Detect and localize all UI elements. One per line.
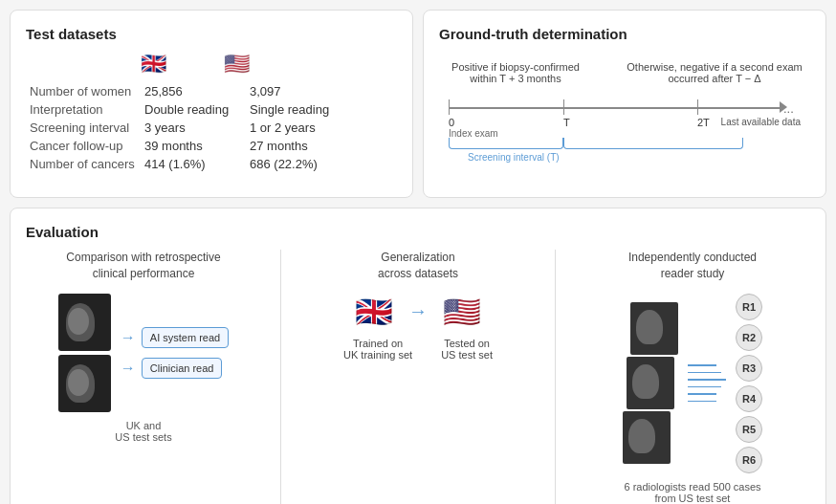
table-row: Number of cancers 414 (1.6%) 686 (22.2%): [26, 155, 397, 173]
reader-sublabel: 6 radiologists read 500 casesfrom US tes…: [624, 481, 760, 504]
gt-diagram: Positive if biopsy-confirmed within T + …: [439, 52, 810, 182]
divider-1: [280, 250, 281, 504]
ground-truth-card: Ground-truth determination Positive if b…: [423, 10, 826, 198]
ai-arrow-box: → AI system read: [121, 327, 229, 348]
eval-section2-title: Generalizationacross datasets: [378, 250, 458, 282]
row-uk: 414 (1.6%): [141, 155, 246, 173]
tick-T: T: [563, 99, 570, 128]
eval-section-reader: Independently conductedreader study: [575, 250, 810, 504]
reader-badge: R5: [736, 416, 762, 443]
reader-line-3: [688, 379, 726, 381]
reader-line-5: [688, 393, 716, 395]
reader-badge: R3: [736, 355, 762, 382]
clinician-arrow-box: → Clinician read: [121, 358, 229, 379]
main-container: Test datasets 🇬🇧 🇺🇸 Number of women 25,8…: [0, 0, 836, 504]
row-label: Interpretation: [26, 100, 141, 119]
brace-left: [449, 138, 563, 149]
comparison-content: → AI system read → Clinician read: [58, 294, 229, 412]
us-flag: 🇺🇸: [224, 52, 250, 77]
braces-row: Screening interval (T): [449, 138, 801, 163]
eval-section-comparison: Comparison with retrospectiveclinical pe…: [26, 250, 261, 504]
clinician-box: Clinician read: [142, 358, 223, 379]
mammogram-images: [58, 294, 111, 412]
reader-line-6: [688, 401, 716, 403]
table-row: Number of women 25,856 3,097: [26, 82, 397, 100]
gen-arrow-icon: →: [408, 300, 428, 322]
eval-section-generalization: Generalizationacross datasets 🇬🇧 → 🇺🇸 Tr…: [300, 250, 536, 504]
dashed-line: [753, 107, 781, 109]
timeline-line: [449, 107, 781, 109]
brace-right: [563, 138, 743, 149]
reader-badge: R4: [736, 385, 762, 412]
row-label: Number of women: [26, 82, 141, 100]
timeline: 0 Index exam T 2T ... Last available dat…: [449, 90, 801, 138]
comparison-sublabel: UK andUS test sets: [115, 420, 171, 443]
row-label: Cancer follow-up: [26, 137, 141, 155]
reader-badges: R1R2R3R4R5R6: [736, 294, 762, 473]
ai-system-box: AI system read: [142, 327, 229, 348]
mammo-img-2: [58, 355, 111, 412]
row-uk: Double reading: [141, 100, 246, 119]
test-data-table: Number of women 25,856 3,097 Interpretat…: [26, 82, 397, 173]
eval-section1-title: Comparison with retrospectiveclinical pe…: [66, 250, 220, 282]
mammo-img-1: [58, 294, 111, 351]
table-row: Interpretation Double reading Single rea…: [26, 100, 397, 119]
row-us: 27 months: [246, 137, 397, 155]
evaluation-card: Evaluation Comparison with retrospective…: [10, 208, 826, 504]
row-label: Number of cancers: [26, 155, 141, 173]
tick-2T: 2T: [697, 99, 710, 128]
reader-mammo-3: [623, 411, 671, 464]
gen-area: 🇬🇧 → 🇺🇸: [355, 294, 481, 330]
eval-section3-title: Independently conductedreader study: [628, 250, 757, 282]
test-datasets-card: Test datasets 🇬🇧 🇺🇸 Number of women 25,8…: [10, 10, 413, 198]
ai-arrow-icon: →: [121, 329, 136, 346]
reader-area: R1R2R3R4R5R6: [623, 294, 762, 473]
reader-mammo-1: [630, 302, 678, 355]
reader-line-4: [688, 386, 721, 388]
reader-line-1: [688, 364, 716, 366]
row-us: 1 or 2 years: [246, 119, 397, 137]
row-uk: 25,856: [141, 82, 246, 100]
reader-badge: R1: [736, 294, 762, 320]
tick-dots: ...: [783, 101, 794, 116]
reader-badge: R6: [736, 447, 762, 473]
gen-us-flag: 🇺🇸: [443, 294, 481, 330]
mammogram-stack-left: [58, 294, 111, 412]
gt-annotations: Positive if biopsy-confirmed within T + …: [439, 61, 810, 84]
gt-ann-left: Positive if biopsy-confirmed within T + …: [439, 61, 592, 84]
row-us: 686 (22.2%): [246, 155, 397, 173]
arrows-section: → AI system read → Clinician read: [121, 327, 229, 379]
reader-mammo-2: [627, 357, 674, 409]
divider-2: [555, 250, 556, 504]
reader-mammo-stack: [623, 302, 678, 464]
last-available: Last available data: [721, 117, 801, 127]
uk-flag: 🇬🇧: [141, 52, 166, 77]
reader-badge: R2: [736, 324, 762, 351]
gen-uk-flag: 🇬🇧: [355, 294, 393, 330]
test-datasets-title: Test datasets: [26, 26, 397, 42]
clinician-arrow-icon: →: [121, 360, 136, 377]
row-us: Single reading: [246, 100, 397, 119]
table-row: Screening interval 3 years 1 or 2 years: [26, 119, 397, 137]
row-label: Screening interval: [26, 119, 141, 137]
evaluation-title: Evaluation: [26, 224, 810, 240]
trained-label: Trained onUK training set: [343, 338, 412, 361]
ground-truth-title: Ground-truth determination: [439, 26, 810, 42]
tested-label: Tested onUS test set: [441, 338, 493, 361]
gt-ann-right: Otherwise, negative if a second exam occ…: [619, 61, 810, 84]
screening-label: Screening interval (T): [468, 152, 560, 163]
table-row: Cancer follow-up 39 months 27 months: [26, 137, 397, 155]
tick-0: 0 Index exam: [449, 99, 498, 139]
reader-line-2: [688, 372, 721, 374]
row-uk: 39 months: [141, 137, 246, 155]
flags-row: 🇬🇧 🇺🇸: [141, 52, 397, 77]
eval-sections: Comparison with retrospectiveclinical pe…: [26, 250, 810, 504]
gen-labels: Trained onUK training set Tested onUS te…: [343, 338, 493, 361]
row-uk: 3 years: [141, 119, 246, 137]
reader-lines: [688, 336, 726, 431]
row-us: 3,097: [246, 82, 397, 100]
